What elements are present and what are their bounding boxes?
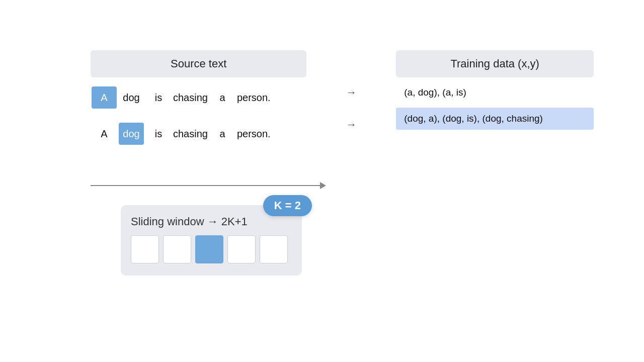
sentence-row-2: A dog is chasing a person. xyxy=(91,118,306,150)
word-period-row1: person. xyxy=(237,86,271,109)
arrow-line xyxy=(91,185,322,186)
window-cell-4 xyxy=(260,235,288,263)
word-a-row2: a xyxy=(210,123,235,145)
source-header: Source text xyxy=(91,50,306,77)
window-cell-3 xyxy=(227,235,256,263)
training-row-2: (dog, a), (dog, is), (dog, chasing) xyxy=(396,108,594,130)
training-data-2: (dog, a), (dog, is), (dog, chasing) xyxy=(404,113,543,124)
training-data-1: (a, dog), (a, is) xyxy=(404,87,466,98)
arrow-icon-1: → xyxy=(346,86,357,99)
word-is-row1: is xyxy=(146,86,171,109)
window-cell-0 xyxy=(131,235,159,263)
sentence-row-1: A dog is chasing a person. xyxy=(91,81,306,114)
source-panel: Source text A dog is chasing a person. A… xyxy=(91,50,306,150)
word-dog-row1: dog xyxy=(119,86,144,109)
arrows-column: → → xyxy=(337,50,366,141)
word-chasing-row1: chasing xyxy=(173,86,208,109)
arrow-row1: → xyxy=(337,76,366,109)
word-A-row1: A xyxy=(92,86,117,109)
k-badge: K = 2 xyxy=(263,195,312,216)
word-chasing-row2: chasing xyxy=(173,123,208,145)
word-is-row2: is xyxy=(146,123,171,145)
sliding-window-container: K = 2 Sliding window → 2K+1 xyxy=(121,205,302,276)
window-cell-1 xyxy=(163,235,191,263)
arrow-row2: → xyxy=(337,109,366,141)
training-row-1: (a, dog), (a, is) xyxy=(396,81,594,104)
word-A-row2: A xyxy=(92,123,117,145)
word-a-row1: a xyxy=(210,86,235,109)
sliding-window-label: Sliding window → 2K+1 xyxy=(131,215,292,228)
progress-arrow xyxy=(91,175,327,195)
training-panel: Training data (x,y) (a, dog), (a, is) (d… xyxy=(396,50,594,130)
training-header: Training data (x,y) xyxy=(396,50,594,77)
window-cells xyxy=(131,235,292,263)
word-period-row2: person. xyxy=(237,123,271,145)
word-dog-row2: dog xyxy=(119,123,144,145)
arrow-icon-2: → xyxy=(346,118,357,131)
window-cell-2 xyxy=(195,235,223,263)
